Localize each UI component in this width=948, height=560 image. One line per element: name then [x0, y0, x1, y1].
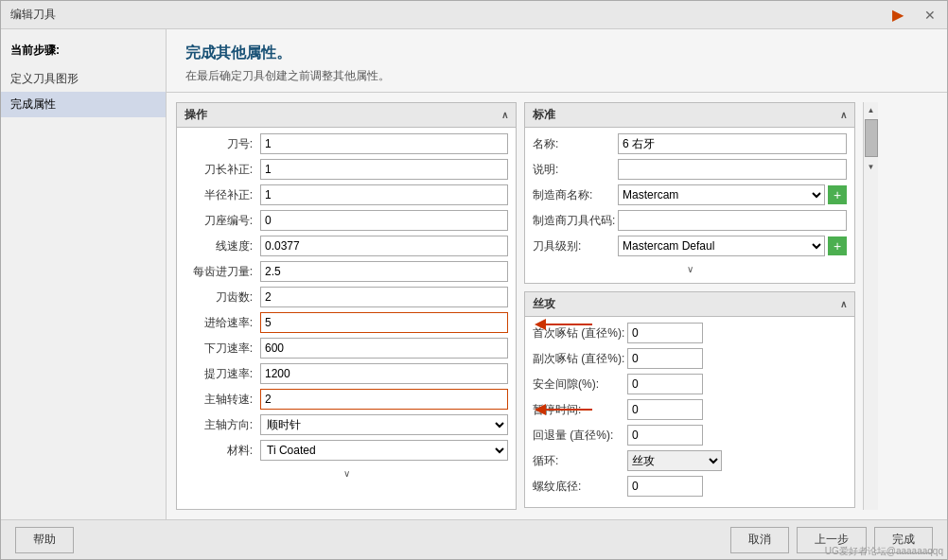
field-material: 材料: Ti Coated: [184, 440, 508, 461]
standard-panel-collapse[interactable]: ∧: [840, 110, 847, 120]
content-area: 完成其他属性。 在最后确定刀具创建之前调整其他属性。 操作 ∧ 刀号:: [167, 29, 947, 519]
field-tool-number: 刀号:: [184, 133, 508, 154]
field-manufacturer-code: 制造商刀具代码:: [533, 210, 847, 231]
operation-panel-collapse[interactable]: ∧: [501, 110, 508, 120]
feed-per-tooth-input[interactable]: [260, 261, 508, 282]
main-content: 当前步骤: 定义刀具图形 完成属性 完成其他属性。 在最后确定刀具创建之前调整其…: [1, 29, 947, 519]
field-first-peck: 首次啄钻 (直径%):: [533, 323, 847, 343]
watermark: UG爱好者论坛@aaaaaaqqq: [825, 545, 943, 558]
sidebar-item-define-shape[interactable]: 定义刀具图形: [1, 66, 166, 92]
second-peck-input[interactable]: [627, 348, 703, 369]
scroll-thumb[interactable]: [865, 119, 878, 157]
panels-wrapper: 操作 ∧ 刀号: 刀长补正: 半: [167, 93, 947, 519]
operation-panel-header: 操作 ∧: [177, 103, 516, 128]
title-bar: 编辑刀具 ▶ ✕: [1, 1, 947, 29]
cancel-button[interactable]: 取消: [730, 527, 789, 553]
field-manufacturer-name: 制造商名称: Mastercam +: [533, 184, 847, 205]
retract-amount-input[interactable]: [627, 425, 703, 446]
content-heading: 完成其他属性。: [185, 44, 928, 63]
field-plunge-rate: 下刀速率:: [184, 338, 508, 359]
tool-desc-input[interactable]: [618, 159, 847, 180]
scroll-down-arrow[interactable]: ▼: [864, 159, 879, 174]
flute-count-input[interactable]: [260, 287, 508, 307]
surface-speed-input[interactable]: [260, 236, 508, 256]
standard-panel-header: 标准 ∧: [525, 103, 854, 128]
field-surface-speed: 线速度:: [184, 236, 508, 256]
field-spindle-direction: 主轴方向: 顺时针: [184, 414, 508, 435]
tool-grade-select[interactable]: Mastercam Defaul: [618, 236, 825, 256]
field-clearance: 安全间隙(%):: [533, 374, 847, 394]
field-description: 说明:: [533, 159, 847, 180]
field-thread-root-dia: 螺纹底径:: [533, 476, 847, 497]
tool-length-comp-input[interactable]: [260, 159, 508, 180]
footer: 帮助 取消 上一步 完成 UG爱好者论坛@aaaaaaqqq: [1, 519, 947, 559]
operation-panel-expand[interactable]: ∨: [343, 468, 350, 479]
clearance-input[interactable]: [627, 374, 703, 394]
field-tool-length-comp: 刀长补正:: [184, 159, 508, 180]
standard-panel-body: 名称: 说明: 制造商名称: Mastercam: [525, 128, 854, 283]
field-feed-rate: 进给速率:: [184, 312, 508, 333]
add-grade-button[interactable]: +: [828, 236, 847, 255]
feed-rate-input[interactable]: [260, 312, 508, 333]
field-spindle-speed: 主轴转速:: [184, 389, 508, 410]
field-radius-comp: 半径补正:: [184, 184, 508, 205]
field-retract-amount: 回退量 (直径%):: [533, 425, 847, 446]
standard-panel-expand[interactable]: ∨: [687, 264, 693, 274]
sidebar: 当前步骤: 定义刀具图形 完成属性: [1, 29, 167, 519]
content-header: 完成其他属性。 在最后确定刀具创建之前调整其他属性。: [167, 29, 947, 93]
tool-name-input[interactable]: [618, 133, 847, 154]
manufacturer-code-input[interactable]: [618, 210, 847, 231]
scroll-up-arrow[interactable]: ▲: [864, 102, 879, 117]
dialog: 编辑刀具 ▶ ✕ 当前步骤: 定义刀具图形 完成属性 完成其他属性。 在最后确定…: [0, 0, 948, 560]
tapping-panel: 丝攻 ∧ 首次啄钻 (直径%): 副次啄钻 (直径%):: [524, 291, 855, 508]
operation-panel-body: 刀号: 刀长补正: 半径补正: 刀座编号:: [177, 128, 516, 509]
field-feed-per-tooth: 每齿进刀量:: [184, 261, 508, 282]
spindle-direction-select[interactable]: 顺时针: [260, 414, 508, 435]
cycle-select[interactable]: 丝攻: [627, 450, 722, 471]
tool-number-input[interactable]: [260, 133, 508, 154]
content-description: 在最后确定刀具创建之前调整其他属性。: [185, 68, 928, 84]
first-peck-input[interactable]: [627, 323, 703, 343]
sidebar-item-complete-props[interactable]: 完成属性: [1, 92, 166, 117]
right-panels: 标准 ∧ 名称: 说明:: [524, 102, 855, 510]
field-dwell-time: 暂停时间:: [533, 399, 847, 420]
add-manufacturer-button[interactable]: +: [828, 185, 847, 204]
retract-rate-input[interactable]: [260, 363, 508, 384]
field-holder-number: 刀座编号:: [184, 210, 508, 231]
close-button[interactable]: ✕: [922, 8, 938, 23]
plunge-rate-input[interactable]: [260, 338, 508, 359]
spindle-speed-input[interactable]: [260, 389, 508, 410]
standard-panel: 标准 ∧ 名称: 说明:: [524, 102, 855, 284]
field-retract-rate: 提刀速率:: [184, 363, 508, 384]
radius-comp-input[interactable]: [260, 184, 508, 205]
help-button[interactable]: 帮助: [15, 527, 74, 553]
play-icon[interactable]: ▶: [892, 6, 904, 24]
sidebar-section-title: 当前步骤:: [1, 39, 166, 66]
scrollbar: ▲ ▼: [863, 102, 878, 510]
field-cycle: 循环: 丝攻: [533, 450, 847, 471]
tapping-panel-collapse[interactable]: ∧: [840, 299, 847, 309]
manufacturer-select[interactable]: Mastercam: [618, 184, 825, 205]
tapping-panel-header: 丝攻 ∧: [525, 292, 854, 317]
field-tool-grade: 刀具级别: Mastercam Defaul +: [533, 236, 847, 256]
field-name: 名称:: [533, 133, 847, 154]
thread-root-dia-input[interactable]: [627, 476, 703, 497]
field-second-peck: 副次啄钻 (直径%):: [533, 348, 847, 369]
field-flute-count: 刀齿数:: [184, 287, 508, 307]
material-select[interactable]: Ti Coated: [260, 440, 508, 461]
dwell-time-input[interactable]: [627, 399, 703, 420]
dialog-title: 编辑刀具: [10, 7, 56, 23]
tapping-panel-body: 首次啄钻 (直径%): 副次啄钻 (直径%): 安全间隙(%):: [525, 317, 854, 507]
holder-number-input[interactable]: [260, 210, 508, 231]
operation-panel: 操作 ∧ 刀号: 刀长补正: 半: [176, 102, 517, 510]
